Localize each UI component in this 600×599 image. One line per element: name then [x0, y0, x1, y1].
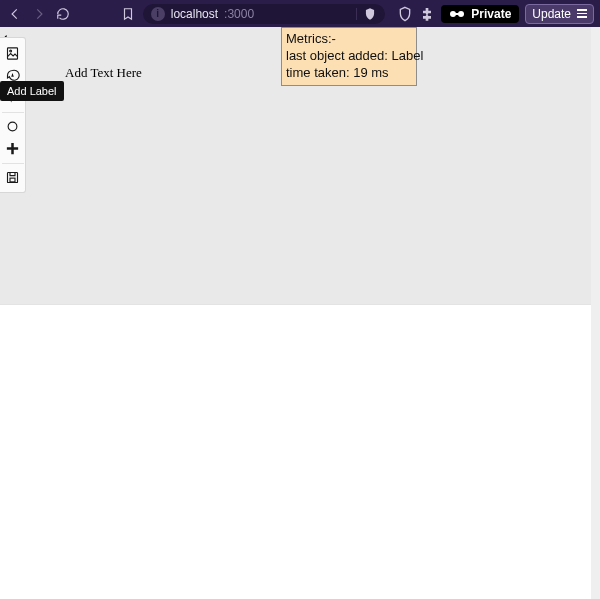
shield-ext-icon[interactable]: [397, 6, 413, 22]
brave-shields-icon[interactable]: [363, 7, 377, 24]
svg-rect-3: [8, 47, 18, 58]
add-image-tool[interactable]: [2, 43, 24, 63]
circle-tool[interactable]: [2, 112, 24, 136]
metrics-time: time taken: 19 ms: [286, 64, 412, 81]
bookmark-button[interactable]: [119, 4, 137, 24]
save-tool[interactable]: [2, 163, 24, 187]
vertical-toolbar: [0, 37, 26, 193]
vertical-scrollbar[interactable]: [591, 27, 600, 599]
canvas-text-label[interactable]: Add Text Here: [65, 65, 142, 81]
reload-button[interactable]: [54, 4, 72, 24]
private-indicator: Private: [441, 5, 519, 23]
metrics-panel: Metrics:- last object added: Label time …: [281, 27, 417, 86]
menu-icon: [577, 9, 587, 18]
addr-divider: [356, 8, 357, 20]
site-info-icon[interactable]: i: [151, 7, 165, 21]
tooltip-text: Add Label: [7, 85, 57, 97]
app-canvas-area[interactable]: Add Label Add Text Here Metrics:- last o…: [0, 27, 600, 305]
forward-button[interactable]: [30, 4, 48, 24]
private-label: Private: [471, 7, 511, 21]
browser-toolbar: i localhost:3000 Private Update: [0, 0, 600, 27]
url-host: localhost: [171, 7, 218, 21]
svg-rect-2: [455, 13, 459, 15]
tool-tooltip: Add Label: [0, 81, 64, 101]
svg-point-4: [10, 50, 12, 52]
extensions-icon[interactable]: [419, 6, 435, 22]
url-port: :3000: [224, 7, 254, 21]
metrics-heading: Metrics:-: [286, 30, 412, 47]
glasses-icon: [449, 9, 465, 19]
metrics-last-object: last object added: Label: [286, 47, 412, 64]
address-bar[interactable]: i localhost:3000: [143, 4, 385, 24]
svg-rect-7: [10, 178, 15, 182]
back-button[interactable]: [6, 4, 24, 24]
svg-point-5: [8, 122, 17, 131]
page-below-canvas: [0, 305, 600, 599]
cross-tool[interactable]: [2, 138, 24, 158]
svg-rect-6: [8, 173, 18, 183]
update-button[interactable]: Update: [525, 4, 594, 24]
update-label: Update: [532, 7, 571, 21]
